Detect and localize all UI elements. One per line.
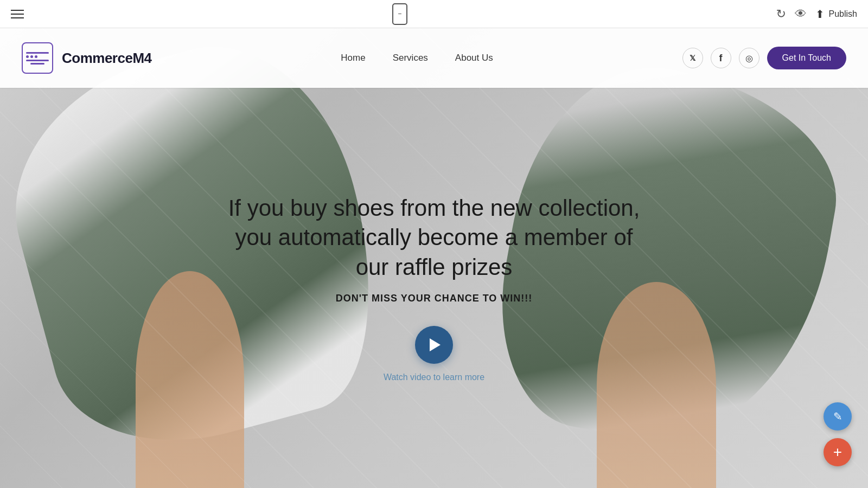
undo-button[interactable]: ↺ (776, 7, 786, 21)
logo-icon (22, 42, 53, 74)
logo-dot-2 (30, 55, 33, 58)
toolbar-left (11, 10, 24, 18)
nav-link-home[interactable]: Home (341, 53, 365, 63)
play-triangle-icon (430, 338, 441, 351)
logo-area: CommerceM4 (22, 42, 152, 74)
play-button-wrap: Watch video to learn more (384, 326, 484, 382)
undo-icon: ↺ (776, 7, 786, 21)
get-in-touch-button[interactable]: Get In Touch (767, 47, 846, 69)
hamburger-menu-icon[interactable] (11, 10, 24, 18)
toolbar-right: ↺ 👁 ⬆ Publish (776, 7, 857, 21)
hero-content: If you buy shoes from the new collection… (0, 88, 868, 488)
logo-line-3 (30, 63, 44, 65)
publish-button[interactable]: ⬆ Publish (815, 8, 857, 21)
fab-container: ✎ + (824, 402, 852, 466)
logo-dot-3 (35, 55, 37, 58)
nav-actions: 𝕏 f ◎ Get In Touch (682, 47, 846, 69)
hero-subheadline: DON'T MISS YOUR CHANCE TO WIN!!! (336, 293, 533, 304)
twitter-icon[interactable]: 𝕏 (682, 48, 703, 68)
site-preview: CommerceM4 Home Services About Us 𝕏 f ◎ … (0, 28, 868, 488)
instagram-icon[interactable]: ◎ (739, 48, 760, 68)
hero-headline: If you buy shoes from the new collection… (228, 194, 640, 282)
publish-label: Publish (829, 9, 857, 19)
nav-link-services[interactable]: Services (393, 53, 428, 63)
toolbar-center (392, 3, 407, 25)
upload-icon: ⬆ (815, 8, 825, 21)
navigation-bar: CommerceM4 Home Services About Us 𝕏 f ◎ … (0, 28, 868, 88)
logo-dot-1 (26, 55, 29, 58)
watch-video-link[interactable]: Watch video to learn more (384, 373, 484, 382)
logo-line-dots (26, 55, 49, 58)
mobile-preview-icon[interactable] (392, 3, 407, 25)
logo-line-1 (26, 52, 49, 54)
edit-fab-button[interactable]: ✎ (824, 402, 852, 431)
preview-button[interactable]: 👁 (795, 7, 807, 21)
eye-icon: 👁 (795, 7, 807, 21)
logo-text: CommerceM4 (62, 50, 152, 67)
nav-link-about[interactable]: About Us (455, 53, 493, 63)
logo-line-2 (26, 60, 49, 61)
toolbar: ↺ 👁 ⬆ Publish (0, 0, 868, 28)
facebook-icon[interactable]: f (711, 48, 731, 68)
nav-links: Home Services About Us (341, 53, 493, 63)
add-fab-button[interactable]: + (824, 438, 852, 466)
play-button[interactable] (415, 326, 453, 364)
